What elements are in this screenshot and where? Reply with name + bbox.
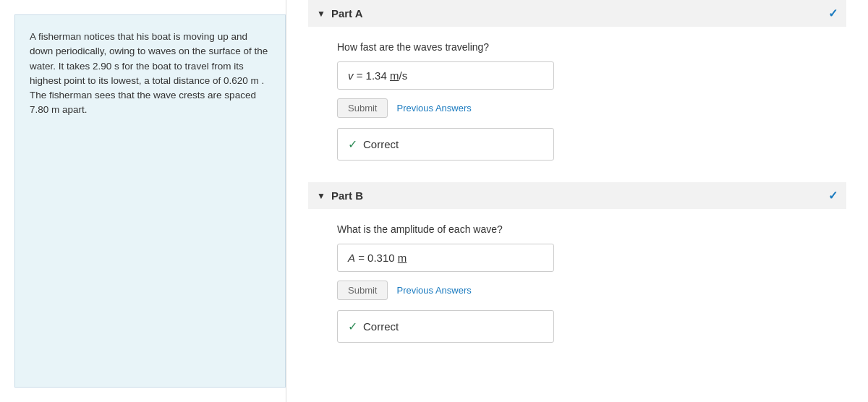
part-b-content: What is the amplitude of each wave? A = …	[308, 209, 846, 357]
part-a-correct-checkmark-icon: ✓	[348, 137, 357, 151]
part-a-content: How fast are the waves traveling? v = 1.…	[308, 27, 846, 175]
part-a-header[interactable]: ▼ Part A ✓	[308, 0, 846, 27]
part-a-actions: Submit Previous Answers	[337, 98, 825, 118]
part-a-correct-box: ✓ Correct	[337, 128, 554, 161]
answers-panel: ▼ Part A ✓ How fast are the waves travel…	[286, 0, 868, 402]
part-b-correct-icon: ✓	[828, 189, 838, 202]
part-b-header[interactable]: ▼ Part B ✓	[308, 182, 846, 209]
part-a-chevron-icon: ▼	[317, 9, 326, 19]
part-a-question: How fast are the waves traveling?	[337, 41, 825, 53]
problem-text: A fisherman notices that his boat is mov…	[30, 31, 268, 115]
part-b-section: ▼ Part B ✓ What is the amplitude of each…	[308, 182, 846, 357]
part-a-correct-icon: ✓	[828, 7, 838, 20]
part-a-answer-text: v = 1.34 m/s	[348, 69, 407, 82]
part-a-correct-label: Correct	[363, 138, 399, 150]
part-b-chevron-icon: ▼	[317, 191, 326, 201]
part-b-correct-label: Correct	[363, 320, 399, 333]
part-b-correct-box: ✓ Correct	[337, 310, 554, 343]
problem-description: A fisherman notices that his boat is mov…	[14, 14, 286, 388]
part-b-answer-text: A = 0.310 m	[348, 252, 407, 264]
part-a-label: Part A	[331, 7, 363, 20]
part-a-submit-button[interactable]: Submit	[337, 98, 388, 118]
part-b-actions: Submit Previous Answers	[337, 281, 825, 300]
part-b-previous-answers-link[interactable]: Previous Answers	[396, 285, 471, 296]
part-a-answer-box: v = 1.34 m/s	[337, 61, 554, 90]
part-b-label: Part B	[331, 189, 363, 202]
part-a-previous-answers-link[interactable]: Previous Answers	[396, 103, 471, 114]
part-b-submit-button[interactable]: Submit	[337, 281, 388, 300]
part-b-answer-box: A = 0.310 m	[337, 244, 554, 272]
part-b-question: What is the amplitude of each wave?	[337, 223, 825, 235]
part-b-correct-checkmark-icon: ✓	[348, 320, 357, 333]
part-a-section: ▼ Part A ✓ How fast are the waves travel…	[308, 0, 846, 175]
